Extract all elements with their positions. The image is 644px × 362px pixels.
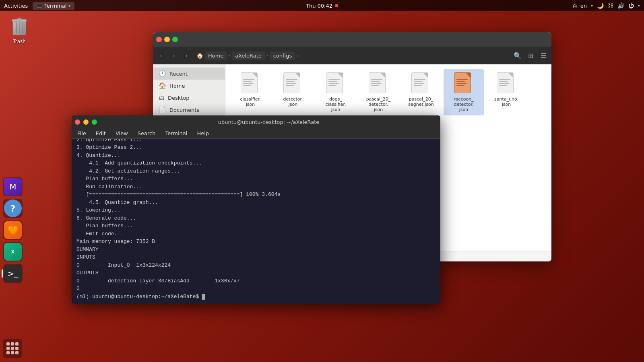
term-title: ubuntu@ubuntu-desktop: ~/aXeleRate [100,119,437,125]
fm-breadcrumb: 🏠 Home › aXeleRate › configs › [194,51,510,60]
desktop-icon: 🗂 [159,94,165,101]
terminal-output-line: Emit code... [76,230,436,238]
file-icon-raccoon-detector [454,72,473,95]
screenshot-icon[interactable]: ⎙ [573,2,576,9]
dock-maixpy[interactable]: M [3,177,23,196]
terminal-cursor [202,294,205,300]
trash-label: Trash [13,39,26,44]
red-dot [335,4,338,7]
term-menu-help[interactable]: Help [195,130,211,137]
fm-forward-btn[interactable]: › [168,50,180,61]
sidebar-item-documents[interactable]: 📄 Documents [153,104,225,116]
file-icon-dogs-classifier [326,72,345,95]
fm-close-btn[interactable] [156,37,162,42]
terminal-output-line: 0 Input_0 1x3x224x224 [76,261,436,269]
fm-up-btn[interactable]: ‹ [181,50,192,61]
sidebar-item-home[interactable]: 🏠 Home [153,80,225,92]
dock-apps-grid[interactable] [3,339,22,358]
network-icon[interactable]: ⛓ [608,2,613,9]
sidebar-item-recent[interactable]: 🕐 Recent [153,68,225,80]
breadcrumb-sep1: › [228,53,230,58]
term-menu-file[interactable]: File [76,130,88,137]
fm-list-view-btn[interactable]: ☰ [538,50,549,61]
fm-grid-view-btn[interactable]: ⊞ [525,50,536,61]
fm-minimize-btn[interactable] [164,37,170,42]
term-maximize-btn[interactable] [92,119,97,125]
breadcrumb-sep3: › [297,53,299,58]
terminal-output-line: Run calibration... [76,183,436,191]
terminal-output-line: 6. Generate code... [76,214,436,222]
help-icon: ? [4,200,22,217]
terminal-output-line: Plan buffers... [76,222,436,230]
term-close-btn[interactable] [75,119,80,125]
file-item-pascal20-detector-json[interactable]: pascal_20_detector.json [358,69,398,115]
file-label-pascal20-segnet: pascal_20_segnet.json [408,97,434,107]
file-item-dogs-classifier-json[interactable]: dogs_classifier.json [316,69,356,115]
terminal-output-line: [=======================================… [76,191,436,199]
desktop-icons-area: Trash [3,16,35,46]
volume-icon[interactable]: 🔊 [617,2,624,9]
terminal-output-line: SUMMARY [76,246,436,254]
recent-icon: 🕐 [159,70,166,77]
trash-icon [10,18,29,37]
sidebar-home-label: Home [169,83,185,89]
file-label-santa-uno: santa_uno.json [494,97,518,107]
term-menu-view[interactable]: View [114,130,130,137]
file-item-pascal20-segnet-json[interactable]: pascal_20_segnet.json [401,69,441,115]
home-icon: 🏠 [159,82,166,89]
terminal-output-line: 4.5. Quantize graph... [76,199,436,207]
term-minimize-btn[interactable] [83,119,89,125]
lang-label[interactable]: en [580,3,587,9]
sidebar-item-desktop[interactable]: 🗂 Desktop [153,92,225,104]
file-label-classifier: classifier.json [240,97,260,107]
power-dropdown-icon[interactable]: ▾ [638,4,640,8]
power-icon[interactable]: ⏻ [628,2,634,9]
term-menubar: File Edit View Search Terminal Help [72,128,440,139]
file-icon-classifier [241,72,260,95]
file-icon-detector [283,72,303,95]
terminal-output-line: 3. Optimize Pass 2... [76,144,436,152]
sidebar-recent-label: Recent [169,71,188,77]
file-item-raccoon-detector-json[interactable]: raccoon_detector.json [444,69,484,115]
dock-orange[interactable]: 🧡 [3,220,23,240]
file-item-detector-json[interactable]: detector.json [273,69,313,115]
sidebar-documents-label: Documents [169,107,199,113]
activities-label[interactable]: Activities [4,3,28,9]
terminal-output-line: Main memory usage: 7352 B [76,238,436,246]
fm-back-btn[interactable]: ‹ [155,50,167,61]
term-body[interactable]: Converting to tflite without Reshape lay… [72,139,440,304]
fm-maximize-btn[interactable] [172,37,178,42]
term-menu-search[interactable]: Search [136,130,157,137]
terminal-output-line: 2. Optimize Pass 1... [76,139,436,144]
terminal-tab-icon [37,4,42,8]
terminal-tab[interactable]: Terminal ▾ [33,2,74,10]
file-icon-santa-uno [497,72,516,95]
theme-icon[interactable]: 🌙 [597,2,604,9]
terminal-output-line: 4. Quantize... [76,152,436,160]
file-item-santa-uno-json[interactable]: santa_uno.json [486,69,526,115]
term-menu-edit[interactable]: Edit [94,130,107,137]
term-menu-terminal[interactable]: Terminal [163,130,189,137]
file-label-dogs-classifier: dogs_classifier.json [325,97,346,112]
fm-titlebar [153,32,551,47]
terminal-output-line: 4.2. Get activation ranges... [76,167,436,175]
dock-terminal[interactable]: >_ [3,264,23,283]
lang-dropdown-icon[interactable]: ▾ [591,4,593,8]
file-icon-pascal20-segnet [411,72,431,95]
sidebar-desktop-label: Desktop [168,95,190,101]
desktop-icon-trash[interactable]: Trash [3,16,35,46]
dock-xray[interactable]: X [3,242,23,261]
maixpy-icon: M [4,178,22,195]
documents-icon: 📄 [159,106,166,113]
terminal-tab-label: Terminal [44,3,66,9]
breadcrumb-axelerate[interactable]: aXeleRate [232,51,265,60]
breadcrumb-home[interactable]: Home [205,51,227,60]
breadcrumb-configs[interactable]: configs [270,51,295,60]
terminal-output-line: Plan buffers... [76,175,436,183]
file-item-classifier-json[interactable]: classifier.json [230,69,270,115]
fm-search-btn[interactable]: 🔍 [512,50,523,61]
left-dock: M ? 🧡 X >_ [3,177,23,283]
top-bar: Activities Terminal ▾ Thu 00:42 ⎙ en ▾ 🌙… [0,0,644,11]
terminal-dropdown-icon[interactable]: ▾ [68,4,70,8]
dock-help[interactable]: ? [3,199,23,218]
